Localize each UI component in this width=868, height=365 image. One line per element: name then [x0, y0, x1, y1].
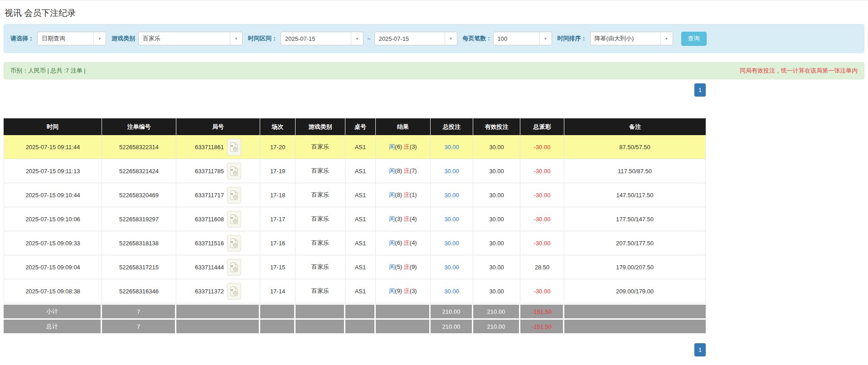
- video-replay-button[interactable]: [227, 211, 241, 228]
- cell-remark: 207.50/177.50: [564, 231, 706, 255]
- cell-bet-no: 522658316346: [102, 279, 176, 303]
- cell-total-bet: 30.00: [431, 135, 473, 159]
- result-player-score: (9): [395, 287, 402, 294]
- time-range-label: 时间区间：: [248, 34, 277, 43]
- result-banker-score: (3): [410, 143, 417, 150]
- cell-table-no: AS1: [345, 231, 376, 255]
- cell-result: 闲(9) 庄(3): [376, 279, 431, 303]
- round-no-text: 633711861: [195, 144, 224, 151]
- result-player-score: (5): [395, 263, 402, 270]
- cell-remark: 117.50/87.50: [564, 159, 706, 183]
- cell-payout: -30.00: [520, 183, 564, 207]
- round-no-text: 633711516: [195, 240, 224, 247]
- video-replay-button[interactable]: [227, 139, 241, 156]
- sort-order-select[interactable]: 降幂(由大到小) ▼: [590, 32, 673, 45]
- cell-result: 闲(3) 庄(4): [376, 207, 431, 231]
- total-valid-bet: 210.00: [473, 318, 520, 333]
- table-row: 2025-07-15 09:09:04522658317215633711444…: [4, 255, 706, 279]
- result-player: 闲: [389, 191, 395, 198]
- total-bet-link[interactable]: 30.00: [444, 288, 459, 295]
- result-banker: 庄: [404, 263, 410, 270]
- filter-panel: 请选择： 日期查询 ▼ 游戏类别 百家乐 ▼ 时间区间： 2025-07-15 …: [4, 24, 864, 53]
- cell-valid-bet: 30.00: [473, 279, 520, 303]
- video-replay-button[interactable]: [227, 259, 241, 276]
- result-player-score: (3): [395, 215, 402, 222]
- cell-round-no: 633711444: [176, 255, 260, 279]
- total-bet-link[interactable]: 30.00: [444, 168, 459, 175]
- cell-total-bet: 30.00: [431, 207, 473, 231]
- video-replay-button[interactable]: [227, 283, 241, 300]
- game-type-select[interactable]: 百家乐 ▼: [138, 32, 242, 45]
- chevron-down-icon[interactable]: ▼: [93, 32, 106, 45]
- total-bet-link[interactable]: 30.00: [444, 240, 459, 247]
- cell-game-type: 百家乐: [296, 135, 345, 159]
- cell-valid-bet: 30.00: [473, 231, 520, 255]
- cell-table-no: AS1: [345, 279, 376, 303]
- cell-payout: -30.00: [520, 207, 564, 231]
- cell-valid-bet: 30.00: [473, 135, 520, 159]
- bet-table-body: 2025-07-15 09:11:44522658322314633711861…: [4, 135, 706, 303]
- cell-result: 闲(8) 庄(7): [376, 159, 431, 183]
- total-label: 总计: [4, 318, 102, 333]
- page-size-select[interactable]: 100 ▼: [493, 32, 552, 45]
- subtotal-count: 7: [102, 303, 176, 318]
- subtotal-row: 小计 7 210.00 210.00 -151.50: [4, 303, 706, 318]
- grand-total-row: 总计 7 210.00 210.00 -151.50: [4, 318, 706, 333]
- result-player-score: (8): [395, 167, 402, 174]
- cell-session: 17-16: [260, 231, 296, 255]
- result-banker-score: (3): [410, 287, 417, 294]
- valid-bet-notice: 同局有效投注，统一计算在该局第一张注单内: [740, 67, 858, 75]
- chevron-down-icon[interactable]: ▼: [351, 32, 363, 45]
- cell-remark: 209.00/179.00: [564, 279, 706, 303]
- round-no-text: 633711372: [195, 288, 224, 295]
- page-button-1[interactable]: 1: [694, 343, 706, 356]
- bet-records-table: 时间 注单编号 局号 场次 游戏类别 桌号 结果 总投注 有效投注 总派彩 备注…: [4, 118, 706, 333]
- cell-result: 闲(6) 庄(4): [376, 231, 431, 255]
- result-banker-score: (1): [410, 191, 417, 198]
- date-from-select[interactable]: 2025-07-15 ▼: [281, 32, 364, 45]
- cell-remark: 179.00/207.50: [564, 255, 706, 279]
- round-no-text: 633711717: [195, 192, 224, 199]
- cell-valid-bet: 30.00: [473, 255, 520, 279]
- cell-bet-no: 522658321424: [102, 159, 176, 183]
- video-replay-button[interactable]: [227, 163, 241, 180]
- total-bet-link[interactable]: 30.00: [444, 264, 459, 271]
- total-bet-link[interactable]: 30.00: [444, 192, 459, 199]
- date-to-select[interactable]: 2025-07-15 ▼: [374, 32, 457, 45]
- date-from-value: 2025-07-15: [281, 32, 351, 45]
- result-banker-score: (4): [410, 215, 417, 222]
- result-player-score: (6): [395, 143, 402, 150]
- chevron-down-icon[interactable]: ▼: [230, 32, 242, 45]
- video-replay-button[interactable]: [227, 187, 241, 204]
- cell-total-bet: 30.00: [431, 159, 473, 183]
- cell-table-no: AS1: [345, 255, 376, 279]
- query-mode-select[interactable]: 日期查询 ▼: [37, 32, 106, 45]
- cell-session: 17-17: [260, 207, 296, 231]
- result-player-score: (8): [395, 191, 402, 198]
- chevron-down-icon[interactable]: ▼: [539, 32, 552, 45]
- cell-table-no: AS1: [345, 159, 376, 183]
- page-button-1[interactable]: 1: [694, 83, 706, 97]
- subtotal-valid-bet: 210.00: [473, 303, 520, 318]
- cell-game-type: 百家乐: [296, 255, 345, 279]
- col-bet-no: 注单编号: [102, 118, 176, 135]
- result-player: 闲: [389, 287, 395, 294]
- cell-result: 闲(8) 庄(1): [376, 183, 431, 207]
- col-result: 结果: [376, 118, 431, 135]
- cell-time: 2025-07-15 09:10:44: [4, 183, 102, 207]
- total-bet-link[interactable]: 30.00: [444, 144, 459, 151]
- cell-payout: -30.00: [520, 279, 564, 303]
- round-no-text: 633711608: [195, 216, 224, 223]
- game-type-label: 游戏类别: [112, 34, 135, 43]
- game-type-value: 百家乐: [139, 32, 230, 45]
- page-title: 视讯 会员下注纪录: [5, 7, 864, 19]
- chevron-down-icon[interactable]: ▼: [660, 32, 673, 45]
- chevron-down-icon[interactable]: ▼: [445, 32, 457, 45]
- search-button[interactable]: 查询: [681, 32, 707, 46]
- result-banker: 庄: [404, 143, 410, 150]
- total-bet-link[interactable]: 30.00: [444, 216, 459, 223]
- cell-remark: 177.50/147.50: [564, 207, 706, 231]
- date-separator: ~: [367, 35, 371, 42]
- page-size-label: 每页笔数 :: [463, 34, 490, 43]
- video-replay-button[interactable]: [227, 235, 241, 252]
